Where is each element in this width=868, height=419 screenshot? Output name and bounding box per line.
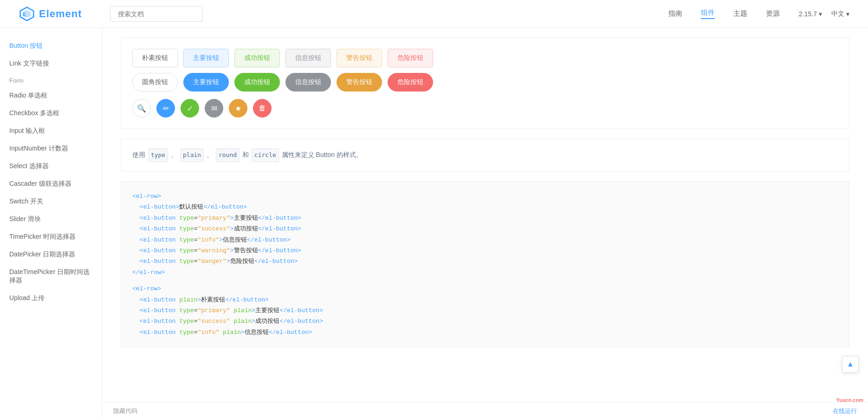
scroll-top-button[interactable]: ▲ xyxy=(842,356,859,373)
description-section: 使用 type 、 plain 、 round 和 circle 属性来定义 B… xyxy=(121,138,849,172)
btn-round-info[interactable]: 信息按钮 xyxy=(285,73,331,92)
lang-selector[interactable]: 中文 ▾ xyxy=(831,10,849,18)
sidebar-item-switch[interactable]: Switch 开关 xyxy=(0,193,102,210)
sidebar-item-link[interactable]: Link 文字链接 xyxy=(0,55,102,72)
btn-circle-check[interactable]: ✓ xyxy=(181,99,199,118)
logo[interactable]: E Element xyxy=(19,6,82,22)
desc-tag-plain: plain xyxy=(180,148,204,162)
nav: 指南 组件 主题 资源 xyxy=(668,8,780,19)
btn-plain-danger[interactable]: 危险按钮 xyxy=(388,49,433,67)
sidebar-item-datepicker[interactable]: DatePicker 日期选择器 xyxy=(0,246,102,263)
code-line-5: <el-button type="info">信息按钮</el-button> xyxy=(132,235,838,245)
code-line-3: <el-button type="primary">主要按钮</el-butto… xyxy=(132,213,838,223)
sidebar: Button 按钮 Link 文字链接 Form Radio 单选框 Check… xyxy=(0,28,102,419)
btn-plain-default[interactable]: 朴素按钮 xyxy=(132,49,178,67)
btn-round-danger[interactable]: 危险按钮 xyxy=(388,73,433,92)
btn-plain-info[interactable]: 信息按钮 xyxy=(285,49,331,67)
desc-text-and: 和 xyxy=(242,151,251,158)
sidebar-item-select[interactable]: Select 选择器 xyxy=(0,157,102,175)
desc-tag-round: round xyxy=(216,148,240,162)
logo-text: Element xyxy=(39,8,82,20)
check-icon: ✓ xyxy=(187,104,193,113)
star-icon: ★ xyxy=(235,104,241,113)
edit-icon: ✏ xyxy=(163,104,169,113)
btn-circle-search[interactable]: 🔍 xyxy=(132,99,151,118)
code-line-9: <el-row> xyxy=(132,283,838,294)
desc-text-before: 使用 xyxy=(132,151,145,158)
code-line-1: <el-row> xyxy=(132,191,838,202)
desc-text-after: 属性来定义 Button 的样式。 xyxy=(282,151,363,158)
code-line-10: <el-button plain>朴素按钮</el-button> xyxy=(132,295,838,305)
code-line-2: <el-button>默认按钮</el-button> xyxy=(132,202,838,212)
search-input[interactable] xyxy=(110,6,203,22)
circle-button-row: 🔍 ✏ ✓ ✉ ★ 🗑 xyxy=(132,99,838,118)
btn-plain-primary[interactable]: 主要按钮 xyxy=(183,49,229,67)
btn-plain-warning[interactable]: 警告按钮 xyxy=(337,49,382,67)
code-line-4: <el-button type="success">成功按钮</el-butto… xyxy=(132,223,838,234)
sidebar-item-input[interactable]: Input 输入框 xyxy=(0,122,102,140)
btn-circle-message[interactable]: ✉ xyxy=(205,99,223,118)
demo-section: 朴素按钮 主要按钮 成功按钮 信息按钮 警告按钮 危险按钮 圆角按钮 主要按钮 … xyxy=(121,37,849,129)
search-icon: 🔍 xyxy=(137,104,146,113)
svg-text:E: E xyxy=(23,12,26,17)
demo-area: 朴素按钮 主要按钮 成功按钮 信息按钮 警告按钮 危险按钮 圆角按钮 主要按钮 … xyxy=(121,38,849,129)
desc-tag-circle: circle xyxy=(252,148,279,162)
btn-round-success[interactable]: 成功按钮 xyxy=(234,73,280,92)
sidebar-item-checkbox[interactable]: Checkbox 多选框 xyxy=(0,105,102,122)
btn-circle-delete[interactable]: 🗑 xyxy=(253,99,272,118)
nav-resources[interactable]: 资源 xyxy=(766,9,780,18)
header-right: 2.15.7 ▾ 中文 ▾ xyxy=(799,10,849,18)
main-content: 朴素按钮 主要按钮 成功按钮 信息按钮 警告按钮 危险按钮 圆角按钮 主要按钮 … xyxy=(102,28,868,419)
version-selector[interactable]: 2.15.7 ▾ xyxy=(799,10,822,18)
btn-circle-edit[interactable]: ✏ xyxy=(156,99,175,118)
sidebar-item-button[interactable]: Button 按钮 xyxy=(0,37,102,55)
desc-tag-type: type xyxy=(148,148,168,162)
btn-plain-success[interactable]: 成功按钮 xyxy=(234,49,280,67)
btn-round-primary[interactable]: 主要按钮 xyxy=(183,73,229,92)
delete-icon: 🗑 xyxy=(259,104,266,112)
header: E Element 指南 组件 主题 资源 2.15.7 ▾ 中文 ▾ xyxy=(0,0,868,28)
sidebar-item-timepicker[interactable]: TimePicker 时间选择器 xyxy=(0,228,102,246)
sidebar-item-upload[interactable]: Upload 上传 xyxy=(0,289,102,307)
btn-round-default[interactable]: 圆角按钮 xyxy=(132,73,178,92)
code-section: <el-row> <el-button>默认按钮</el-button> <el… xyxy=(121,181,849,347)
desc-sep1: 、 xyxy=(171,151,177,158)
sidebar-item-datetimepicker[interactable]: DateTimePicker 日期时间选择器 xyxy=(0,263,102,289)
search-box xyxy=(110,6,203,22)
bottom-bar: 隐藏代码 在线运行 xyxy=(102,402,868,419)
btn-round-warning[interactable]: 警告按钮 xyxy=(337,73,382,92)
nav-components[interactable]: 组件 xyxy=(701,8,715,19)
code-line-11: <el-button type="primary" plain>主要按钮</el… xyxy=(132,305,838,316)
code-line-7: <el-button type="danger">危险按钮</el-button… xyxy=(132,256,838,267)
sidebar-item-inputnumber[interactable]: InputNumber 计数器 xyxy=(0,140,102,157)
desc-sep2: 、 xyxy=(207,151,213,158)
plain-button-row: 朴素按钮 主要按钮 成功按钮 信息按钮 警告按钮 危险按钮 xyxy=(132,49,838,67)
btn-circle-star[interactable]: ★ xyxy=(229,99,247,118)
code-line-13: <el-button type="info" plain>信息按钮</el-bu… xyxy=(132,327,838,338)
round-button-row: 圆角按钮 主要按钮 成功按钮 信息按钮 警告按钮 危险按钮 xyxy=(132,73,838,92)
sidebar-item-radio[interactable]: Radio 单选框 xyxy=(0,87,102,105)
arrow-up-icon: ▲ xyxy=(847,360,854,368)
sidebar-item-cascader[interactable]: Cascader 级联选择器 xyxy=(0,175,102,193)
sidebar-group-form: Form xyxy=(0,72,102,87)
code-line-6: <el-button type="warning">警告按钮</el-butto… xyxy=(132,245,838,256)
nav-theme[interactable]: 主题 xyxy=(733,9,747,18)
sidebar-item-slider[interactable]: Slider 滑块 xyxy=(0,210,102,228)
layout: Button 按钮 Link 文字链接 Form Radio 单选框 Check… xyxy=(0,28,868,419)
code-tag-open: <el-row> xyxy=(132,193,161,200)
code-line-12: <el-button type="success" plain>成功按钮</el… xyxy=(132,316,838,327)
nav-guide[interactable]: 指南 xyxy=(668,9,682,18)
hide-code-label[interactable]: 隐藏代码 xyxy=(113,407,137,415)
message-icon: ✉ xyxy=(211,104,217,113)
online-run-link[interactable]: 在线运行 xyxy=(833,407,857,415)
code-line-8: </el-row> xyxy=(132,267,838,278)
